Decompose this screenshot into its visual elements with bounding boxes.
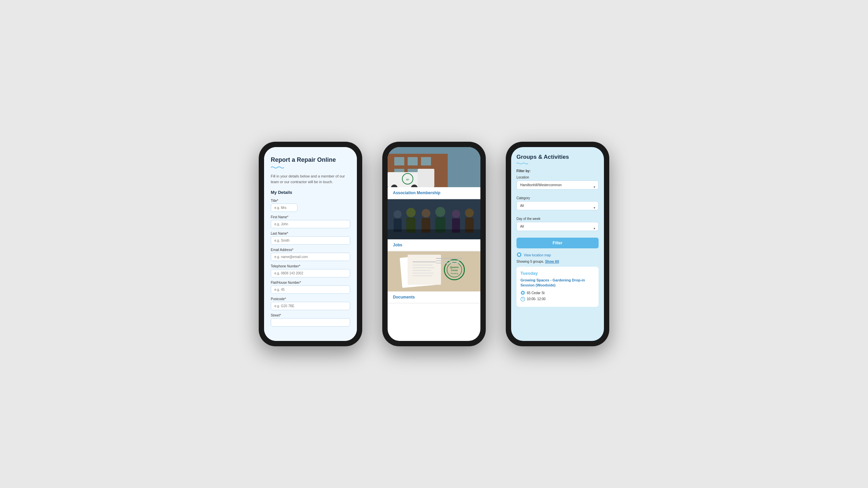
flat-number-label: Flat/House Number* [271, 281, 350, 284]
svg-text:Queens: Queens [450, 266, 459, 269]
repair-title: Report a Repair Online [271, 156, 350, 164]
svg-rect-42 [436, 260, 459, 261]
activity-day: Tuesday [521, 271, 595, 276]
address-pin-icon [521, 291, 525, 295]
groups-wave-decoration [517, 163, 528, 165]
svg-text:Cross: Cross [451, 269, 458, 271]
svg-rect-33 [413, 270, 431, 271]
activity-time: 10:00- 12:00 [527, 297, 546, 301]
groups-title: Groups & Activities [517, 154, 598, 161]
building-image: QC [388, 147, 480, 187]
email-input[interactable] [271, 253, 350, 261]
svg-rect-2 [394, 157, 404, 166]
street-group: Street* [271, 314, 350, 326]
title-group: Title* [271, 199, 350, 212]
clock-icon [521, 297, 525, 302]
team-image [388, 199, 480, 239]
svg-rect-34 [413, 273, 433, 274]
firstname-label: First Name* [271, 215, 350, 219]
view-location-map-link[interactable]: View location map [517, 252, 598, 258]
activity-address-detail: 65 Cedar St [521, 291, 595, 295]
email-group: Email Address* [271, 248, 350, 261]
map-pin-icon [517, 252, 522, 258]
svg-point-24 [465, 208, 474, 217]
view-location-map-label: View location map [524, 253, 551, 257]
category-label: Category [517, 196, 598, 200]
svg-rect-31 [413, 265, 433, 265]
svg-rect-43 [436, 263, 461, 263]
phone-repair-screen: Report a Repair Online Fill in your deta… [264, 147, 357, 341]
svg-point-22 [452, 210, 460, 218]
building-svg: QC [388, 147, 480, 187]
location-select[interactable]: Hamiltonhill/Westercommon [517, 180, 598, 190]
street-input[interactable] [271, 318, 350, 326]
flat-number-group: Flat/House Number* [271, 281, 350, 294]
filter-by-label: Filter by: [517, 169, 598, 173]
filter-button[interactable]: Filter [517, 238, 598, 248]
documents-section: Queens Cross Housing Documents [388, 251, 480, 304]
svg-rect-32 [413, 267, 434, 268]
lastname-group: Last Name* [271, 232, 350, 245]
telephone-label: Telephone Number* [271, 264, 350, 268]
svg-rect-35 [413, 276, 432, 276]
svg-point-45 [518, 254, 520, 256]
svg-rect-3 [408, 157, 417, 166]
wave-decoration [271, 166, 284, 169]
svg-rect-41 [436, 258, 463, 259]
svg-rect-26 [388, 229, 480, 239]
association-membership-link[interactable]: Association Membership [388, 187, 480, 199]
category-select-wrapper: All [517, 201, 598, 213]
activity-time-detail: 10:00- 12:00 [521, 297, 595, 302]
phones-container: Report a Repair Online Fill in your deta… [259, 142, 609, 346]
svg-point-20 [435, 207, 445, 217]
telephone-group: Telephone Number* [271, 264, 350, 278]
lastname-input[interactable] [271, 236, 350, 245]
show-all-link[interactable]: Show All [545, 260, 559, 263]
postcode-input[interactable] [271, 302, 350, 310]
firstname-group: First Name* [271, 215, 350, 228]
activity-card: Tuesday Growing Spaces - Gardening Drop-… [517, 267, 598, 307]
flat-number-input[interactable] [271, 285, 350, 294]
postcode-label: Postcode* [271, 297, 350, 301]
svg-rect-30 [413, 261, 436, 262]
docs-svg: Queens Cross Housing [388, 251, 480, 291]
phone-groups: Groups & Activities Filter by: Location … [506, 142, 609, 346]
documents-link[interactable]: Documents [388, 291, 480, 303]
association-section: QC Association Membership [388, 147, 480, 199]
category-select[interactable]: All [517, 201, 598, 210]
my-details-label: My Details [271, 190, 350, 195]
phone-groups-screen: Groups & Activities Filter by: Location … [511, 147, 604, 341]
location-label: Location [517, 175, 598, 179]
firstname-input[interactable] [271, 220, 350, 228]
svg-point-16 [406, 208, 416, 217]
jobs-link[interactable]: Jobs [388, 239, 480, 251]
content-list: QC Association Membership [388, 147, 480, 341]
svg-text:Housing: Housing [451, 272, 458, 275]
showing-text: Showing 5 groups. Show All [517, 260, 598, 263]
phone-content-screen: QC Association Membership [388, 147, 480, 341]
telephone-input[interactable] [271, 269, 350, 278]
title-label: Title* [271, 199, 350, 203]
street-label: Street* [271, 314, 350, 317]
activity-address: 65 Cedar St [527, 291, 545, 295]
team-svg [388, 199, 480, 239]
svg-point-14 [394, 210, 402, 218]
docs-image: Queens Cross Housing [388, 251, 480, 291]
activity-name[interactable]: Growing Spaces - Gardening Drop-in Sessi… [521, 278, 595, 288]
repair-form: Report a Repair Online Fill in your deta… [264, 147, 357, 341]
phone-content: QC Association Membership [382, 142, 486, 346]
svg-point-47 [522, 292, 524, 293]
svg-rect-4 [421, 157, 431, 166]
title-input[interactable] [271, 204, 298, 212]
svg-rect-8 [417, 169, 434, 187]
jobs-section: Jobs [388, 199, 480, 251]
day-select[interactable]: All [517, 222, 598, 231]
groups-content: Groups & Activities Filter by: Location … [511, 147, 604, 341]
location-select-wrapper: Hamiltonhill/Westercommon [517, 180, 598, 193]
svg-point-18 [422, 209, 430, 218]
phone-repair: Report a Repair Online Fill in your deta… [259, 142, 362, 346]
svg-rect-29 [408, 255, 441, 285]
email-label: Email Address* [271, 248, 350, 252]
lastname-label: Last Name* [271, 232, 350, 235]
repair-description: Fill in your details below and a member … [271, 173, 350, 184]
